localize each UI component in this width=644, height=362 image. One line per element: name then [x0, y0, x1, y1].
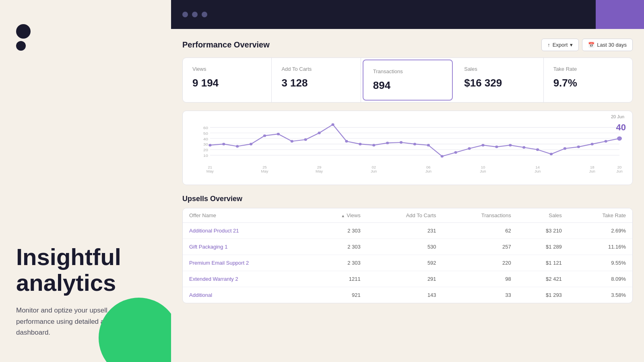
table-row: Premium Email Support 2 2 303 592 220 $1…: [183, 255, 632, 271]
col-views[interactable]: ▲Views: [310, 208, 367, 223]
svg-point-25: [386, 142, 389, 144]
metric-card-add-to-carts[interactable]: Add To Carts 3 128: [272, 58, 361, 102]
svg-text:30: 30: [203, 142, 208, 146]
date-filter-button[interactable]: 📅 Last 30 days: [582, 39, 633, 51]
right-panel: Performance Overview ↑ Export ▾ 📅 Last 3…: [171, 0, 644, 362]
logo-dot-small: [16, 41, 26, 51]
transactions-cell: 257: [443, 239, 518, 255]
svg-point-32: [481, 144, 484, 146]
svg-text:25May: 25May: [261, 166, 268, 173]
sales-cell: $1 121: [518, 255, 568, 271]
sales-cell: $1 293: [518, 287, 568, 303]
svg-point-40: [591, 143, 594, 145]
carts-cell: 530: [367, 239, 443, 255]
metric-value: 9 194: [192, 77, 262, 89]
transactions-cell: 98: [443, 271, 518, 287]
headline: Insightful analytics: [16, 244, 155, 296]
export-button[interactable]: ↑ Export ▾: [541, 39, 579, 51]
svg-text:20Jun: 20Jun: [616, 166, 622, 173]
svg-point-42: [617, 136, 622, 141]
svg-point-33: [495, 146, 498, 148]
svg-point-20: [318, 132, 321, 134]
svg-point-36: [536, 148, 539, 151]
upsells-table: Offer Name ▲Views Add To Carts Transacti…: [183, 208, 632, 303]
rate-cell: 11.16%: [568, 239, 632, 255]
sales-cell: $2 421: [518, 271, 568, 287]
topbar-dot-2: [192, 12, 198, 17]
table-row: Additional Product 21 2 303 231 62 $3 21…: [183, 223, 632, 239]
metric-value: $16 329: [464, 77, 533, 89]
svg-point-27: [413, 143, 416, 145]
upsells-title: Upsells Overview: [182, 195, 633, 203]
date-label: Last 30 days: [597, 42, 627, 48]
metric-value: 9.7%: [553, 77, 623, 89]
svg-text:14Jun: 14Jun: [535, 166, 541, 173]
offer-name-cell[interactable]: Premium Email Support 2: [183, 255, 310, 271]
svg-text:10: 10: [203, 154, 208, 158]
metric-card-sales[interactable]: Sales $16 329: [454, 58, 543, 102]
rate-cell: 9.55%: [568, 255, 632, 271]
rate-cell: 2.69%: [568, 223, 632, 239]
logo-dot-large: [16, 24, 31, 39]
offer-name-cell[interactable]: Gift Packaging 1: [183, 239, 310, 255]
views-cell: 1211: [310, 271, 367, 287]
svg-point-21: [331, 123, 334, 125]
transactions-cell: 33: [443, 287, 518, 303]
metrics-row: Views 9 194 Add To Carts 3 128 Transacti…: [182, 58, 633, 103]
svg-text:10Jun: 10Jun: [480, 166, 486, 173]
svg-point-29: [441, 155, 444, 157]
performance-header: Performance Overview ↑ Export ▾ 📅 Last 3…: [182, 39, 633, 51]
svg-point-18: [291, 140, 293, 142]
svg-text:21May: 21May: [206, 166, 214, 173]
svg-point-34: [509, 144, 512, 146]
calendar-icon: 📅: [588, 42, 594, 48]
performance-title: Performance Overview: [182, 40, 270, 49]
svg-point-37: [550, 153, 553, 155]
svg-text:18Jun: 18Jun: [589, 166, 595, 173]
views-cell: 921: [310, 287, 367, 303]
svg-point-23: [359, 143, 361, 145]
views-cell: 2 303: [310, 239, 367, 255]
svg-point-24: [372, 144, 375, 146]
transactions-cell: 220: [443, 255, 518, 271]
svg-point-15: [250, 143, 252, 145]
chart-last-value: 40: [616, 122, 626, 133]
svg-point-16: [263, 134, 266, 137]
svg-point-13: [222, 143, 225, 145]
svg-point-19: [304, 138, 307, 141]
chart-container: 10203040506021May25May29May02Jun06Jun10J…: [182, 111, 633, 185]
table-row: Gift Packaging 1 2 303 530 257 $1 289 11…: [183, 239, 632, 255]
offer-name-cell[interactable]: Extended Warranty 2: [183, 271, 310, 287]
carts-cell: 231: [367, 223, 443, 239]
metric-label: Sales: [464, 66, 533, 72]
performance-chart: 10203040506021May25May29May02Jun06Jun10J…: [191, 117, 624, 174]
topbar-dot-3: [202, 12, 207, 17]
svg-point-17: [277, 133, 280, 135]
svg-point-35: [522, 146, 525, 148]
svg-point-14: [236, 145, 239, 147]
svg-point-12: [208, 144, 211, 146]
header-actions: ↑ Export ▾ 📅 Last 30 days: [541, 39, 633, 51]
purple-accent: [596, 0, 644, 29]
export-icon: ↑: [547, 42, 550, 48]
main-content: Performance Overview ↑ Export ▾ 📅 Last 3…: [171, 29, 644, 362]
metric-card-take-rate[interactable]: Take Rate 9.7%: [544, 58, 632, 102]
table-row: Additional 921 143 33 $1 293 3.58%: [183, 287, 632, 303]
topbar-dot-1: [182, 12, 188, 17]
sort-arrow-icon: ▲: [341, 214, 345, 218]
offer-name-cell[interactable]: Additional: [183, 287, 310, 303]
metric-card-transactions[interactable]: Transactions 894: [363, 60, 453, 101]
sales-cell: $3 210: [518, 223, 568, 239]
views-cell: 2 303: [310, 223, 367, 239]
svg-point-39: [577, 146, 580, 148]
offer-name-cell[interactable]: Additional Product 21: [183, 223, 310, 239]
col-take-rate: Take Rate: [568, 208, 632, 223]
transactions-cell: 62: [443, 223, 518, 239]
metric-value: 894: [373, 79, 442, 92]
svg-text:40: 40: [203, 137, 208, 141]
metric-card-views[interactable]: Views 9 194: [183, 58, 272, 102]
svg-point-38: [564, 147, 566, 150]
col-transactions: Transactions: [443, 208, 518, 223]
svg-text:29May: 29May: [316, 166, 323, 173]
upsells-table-container: Offer Name ▲Views Add To Carts Transacti…: [182, 208, 633, 303]
